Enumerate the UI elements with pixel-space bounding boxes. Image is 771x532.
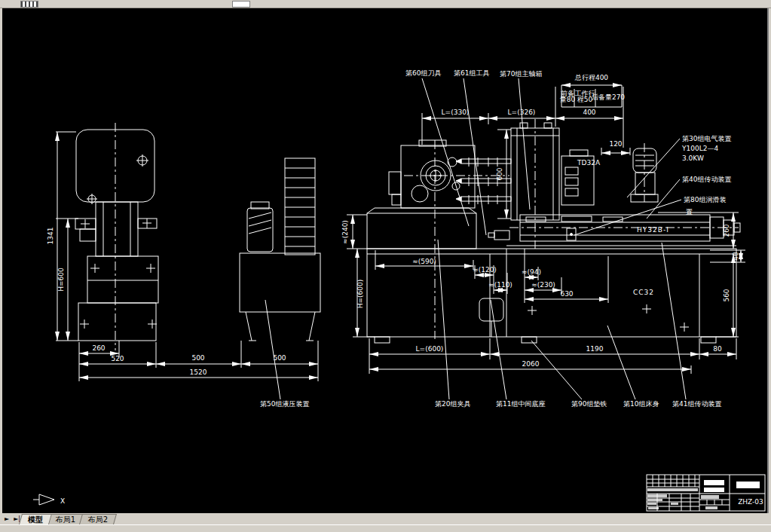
dim-v600: 600 (496, 167, 503, 180)
dim-a240: ≈(240) (341, 220, 349, 244)
dim-a120: ≈(120) (473, 266, 497, 274)
dim-500b: 500 (273, 354, 286, 362)
dim-520: 520 (111, 355, 124, 362)
dim-500a: 500 (191, 354, 204, 362)
label-group50-hydraulic: 第50组液压装置 (260, 400, 309, 408)
dim-120: 120 (609, 140, 622, 148)
window-top-strip (0, 0, 771, 8)
tab-nav-forward-button[interactable]: ► (2, 514, 11, 524)
label-group41-transmission: 第41组传动装置 (672, 400, 721, 408)
dim-a110: ≈(110) (488, 281, 512, 289)
model-space-canvas[interactable]: 1341 H=600 260 520 500 500 1520 (0, 0, 771, 532)
dim-l330: L=(330) (442, 109, 470, 116)
dim-stroke-total: 总行程400 (574, 74, 608, 81)
label-group60-tools: 第60组刀具 (405, 69, 441, 77)
tab-layout2-label: 布局2 (88, 515, 108, 524)
layout-tab-bar: ► ►| 模型 布局1 布局2 (0, 513, 771, 524)
label-motor-power: 3.0KW (682, 154, 704, 162)
dim-80: 80 (713, 345, 722, 353)
dim-h600-main: H=(600) (356, 280, 364, 309)
ucs-x-axis-label: X (60, 497, 65, 505)
dim-1190: 1190 (586, 345, 604, 353)
dim-630: 630 (560, 290, 573, 298)
label-group11-middle-base: 第11组中间底座 (496, 400, 545, 408)
label-group20-fixture: 第20组夹具 (435, 400, 470, 408)
dim-400: 400 (583, 109, 595, 116)
dim-r260: 260 (723, 224, 730, 237)
toolbar-fragment (232, 1, 250, 8)
dim-a590: ≈(590) (412, 258, 436, 265)
tab-layout2[interactable]: 布局2 (79, 514, 117, 524)
svg-text:置: 置 (686, 208, 693, 216)
dim-a94: ≈(94) (522, 268, 541, 276)
svg-text:程50: 程50 (577, 96, 593, 103)
dim-r560: 560 (723, 289, 730, 301)
label-group10-bed: 第10组床身 (623, 400, 659, 408)
label-model-td32a: TD32A (577, 159, 601, 167)
svg-text:量80: 量80 (560, 96, 576, 103)
dim-1341: 1341 (47, 228, 54, 245)
dim-1520: 1520 (190, 368, 207, 376)
label-group40-transmission: 第40组传动装置 (682, 176, 731, 183)
toolbar-fragment (20, 1, 38, 8)
tab-layout1-label: 布局1 (56, 515, 75, 524)
autocad-window: 1341 H=600 260 520 500 500 1520 (0, 0, 771, 532)
drawing-area-background (2, 8, 769, 513)
dim-a230: ≈(230) (531, 281, 555, 289)
label-model-cc32: CC32 (633, 289, 654, 296)
label-group70-spindle-box: 第70组主轴箱 (500, 70, 542, 78)
label-model-hy32b: HY32B-I (637, 226, 669, 234)
tab-model[interactable]: 模型 (19, 514, 52, 524)
dim-h600-side: H=600 (57, 268, 65, 292)
label-motor-model: Y100L2—4 (681, 145, 718, 152)
label-group30-electric: 第30组电气装置 (682, 135, 731, 142)
status-bar (0, 524, 771, 532)
dim-2060: 2060 (522, 360, 540, 368)
label-group80-lubrication: 第80组润滑装 (684, 196, 726, 203)
drawing-number: ZHZ-03 (738, 498, 763, 506)
dim-l600: L=(600) (416, 345, 444, 353)
dim-260: 260 (92, 344, 105, 352)
dim-r40: 40 (732, 252, 739, 261)
label-group61-tooling: 第61组工具 (454, 69, 489, 77)
label-group90-shims: 第90组垫铁 (571, 400, 607, 408)
tab-model-label: 模型 (28, 515, 43, 524)
dim-rear-reserve: 后备量270 (592, 93, 625, 101)
